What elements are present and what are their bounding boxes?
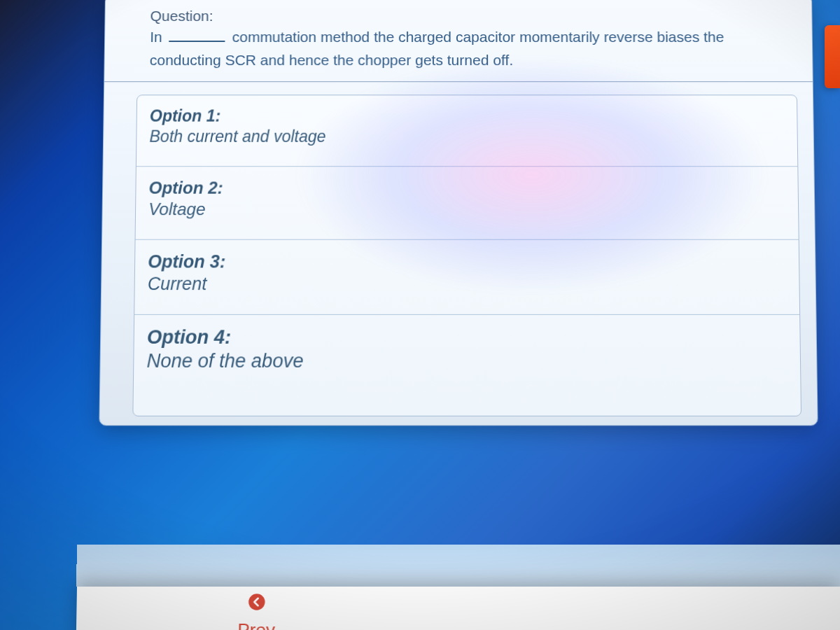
option-label: Option 2:: [148, 178, 785, 198]
question-text-after: commutation method the charged capacitor…: [150, 29, 724, 68]
option-label: Option 4:: [147, 326, 788, 349]
option-label: Option 1:: [150, 107, 785, 126]
prev-button[interactable]: Prev: [237, 592, 275, 630]
prev-button-label: Prev: [237, 620, 275, 630]
option-2[interactable]: Option 2: Voltage: [136, 167, 799, 240]
option-4[interactable]: Option 4: None of the above: [133, 315, 801, 416]
svg-point-0: [248, 594, 265, 610]
right-panel-edge: [825, 25, 840, 88]
question-label: Question:: [150, 8, 792, 24]
option-text: Voltage: [148, 200, 785, 219]
bottom-navbar: Prev: [76, 587, 840, 630]
arrow-left-circle-icon: [246, 592, 266, 617]
question-text-before: In: [150, 29, 162, 45]
options-list: Option 1: Both current and voltage Optio…: [132, 94, 802, 416]
option-text: Both current and voltage: [149, 127, 784, 146]
option-text: Current: [148, 274, 787, 295]
option-3[interactable]: Option 3: Current: [134, 240, 799, 315]
fill-blank: [169, 29, 225, 42]
gap-strip: [76, 545, 840, 587]
question-card: Question: In commutation method the char…: [99, 0, 818, 426]
question-block: Question: In commutation method the char…: [104, 5, 813, 82]
question-text: In commutation method the charged capaci…: [150, 26, 793, 71]
option-label: Option 3:: [148, 251, 786, 272]
option-1[interactable]: Option 1: Both current and voltage: [136, 95, 797, 167]
option-text: None of the above: [146, 350, 788, 372]
